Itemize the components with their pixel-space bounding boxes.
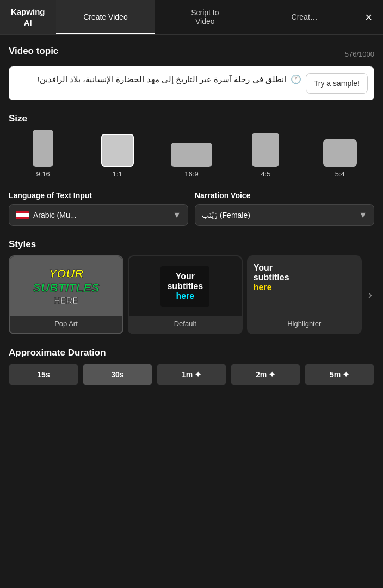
size-box-9-16 [33, 130, 53, 167]
tab-script-to-video[interactable]: Script to Video [155, 0, 255, 34]
size-label-9-16: 9:16 [36, 170, 50, 178]
video-topic-header: Video topic 576/1000 [9, 46, 374, 62]
default-inner: Your subtitles here [160, 266, 209, 307]
size-box-16-9 [171, 143, 212, 167]
narration-dropdown[interactable]: زَيْنَب (Female) ▼ [195, 204, 374, 226]
pop-art-your-text: YOUR [33, 267, 99, 281]
style-card-default[interactable]: Your subtitles here Default [128, 255, 243, 334]
size-option-9-16[interactable]: 9:16 [9, 130, 77, 178]
duration-section-label: Approximate Duration [9, 347, 374, 358]
main-content: Video topic 576/1000 انطلق في رحلة آسرة … [0, 35, 383, 407]
size-option-1-1[interactable]: 1:1 [83, 134, 151, 178]
tab-create[interactable]: Creat… [255, 0, 354, 34]
duration-30s[interactable]: 30s [83, 364, 152, 385]
video-topic-text: انطلق في رحلة آسرة عبر التاريخ إلى مهد ا… [15, 73, 286, 86]
close-button[interactable]: × [354, 0, 383, 34]
size-box-5-4 [323, 139, 357, 167]
default-subtitles-text: subtitles [167, 281, 203, 291]
styles-section-label: Styles [9, 239, 374, 250]
pop-art-here-text: HERE [33, 296, 99, 306]
video-topic-box: انطلق في رحلة آسرة عبر التاريخ إلى مهد ا… [9, 66, 374, 100]
style-name-default: Default [174, 320, 196, 328]
duration-options: 15s 30s 1m ✦ 2m ✦ 5m ✦ [9, 364, 374, 385]
highlighter-subtitles-text: subtitles [254, 273, 289, 283]
styles-next-arrow[interactable]: › [366, 284, 374, 307]
size-option-5-4[interactable]: 5:4 [306, 139, 374, 178]
language-dropdown[interactable]: Arabic (Mu... ▼ [9, 204, 188, 226]
language-value: Arabic (Mu... [33, 211, 168, 219]
size-options: 9:16 1:1 16:9 4:5 5:4 [9, 130, 374, 178]
size-section: Size 9:16 1:1 16:9 4:5 [9, 113, 374, 178]
flag-icon [16, 211, 29, 219]
language-section-label: Language of Text Input [9, 191, 188, 200]
duration-section: Approximate Duration 15s 30s 1m ✦ 2m ✦ 5… [9, 347, 374, 385]
size-label-4-5: 4:5 [261, 170, 270, 178]
char-count: 576/1000 [345, 50, 374, 58]
size-label-16-9: 16:9 [184, 170, 198, 178]
try-sample-button[interactable]: Try a sample! [306, 73, 368, 94]
language-group: Language of Text Input Arabic (Mu... ▼ [9, 191, 188, 226]
narration-group: Narration Voice زَيْنَب (Female) ▼ [195, 191, 374, 226]
duration-5m[interactable]: 5m ✦ [305, 364, 374, 385]
highlighter-here-text: here [254, 283, 289, 292]
header-tabs: Create Video Script to Video Creat… [56, 0, 355, 34]
highlighter-inner: Your subtitles here [254, 263, 289, 292]
size-option-16-9[interactable]: 16:9 [157, 143, 226, 178]
narration-section-label: Narration Voice [195, 191, 374, 200]
tab-create-video[interactable]: Create Video [56, 0, 156, 34]
narration-chevron-icon: ▼ [359, 210, 367, 220]
highlighter-your-text: Your [254, 263, 289, 273]
default-preview: Your subtitles here [129, 256, 242, 316]
pop-art-preview: YOUR SUBTITLES HERE [10, 256, 122, 316]
dropdowns-row: Language of Text Input Arabic (Mu... ▼ N… [9, 191, 374, 226]
duration-1m[interactable]: 1m ✦ [157, 364, 226, 385]
size-label-5-4: 5:4 [335, 170, 345, 178]
video-topic-label: Video topic [9, 46, 58, 57]
size-label-1-1: 1:1 [113, 170, 122, 178]
style-card-highlighter[interactable]: Your subtitles here Highlighter [247, 255, 362, 334]
size-box-1-1 [101, 134, 134, 167]
narration-value: زَيْنَب (Female) [202, 211, 354, 219]
language-chevron-icon: ▼ [172, 210, 181, 220]
style-name-highlighter: Highlighter [287, 320, 321, 328]
brand-logo: Kapwing AI [0, 0, 56, 34]
header: Kapwing AI Create Video Script to Video … [0, 0, 383, 35]
size-label: Size [9, 113, 374, 124]
duration-15s[interactable]: 15s [9, 364, 78, 385]
duration-2m[interactable]: 2m ✦ [231, 364, 300, 385]
clock-icon: 🕐 [291, 74, 301, 84]
size-box-4-5 [252, 133, 279, 167]
size-option-4-5[interactable]: 4:5 [231, 133, 300, 178]
pop-art-subtitles-text: SUBTITLES [33, 281, 99, 295]
style-name-pop-art: Pop Art [54, 320, 78, 328]
styles-section: Styles YOUR SUBTITLES HERE Pop Art Your [9, 239, 374, 334]
style-card-pop-art[interactable]: YOUR SUBTITLES HERE Pop Art [9, 255, 123, 334]
highlighter-preview: Your subtitles here [248, 256, 361, 316]
default-your-text: Your [167, 272, 203, 281]
styles-row: YOUR SUBTITLES HERE Pop Art Your subtitl… [9, 255, 374, 334]
default-here-text: here [167, 291, 203, 301]
